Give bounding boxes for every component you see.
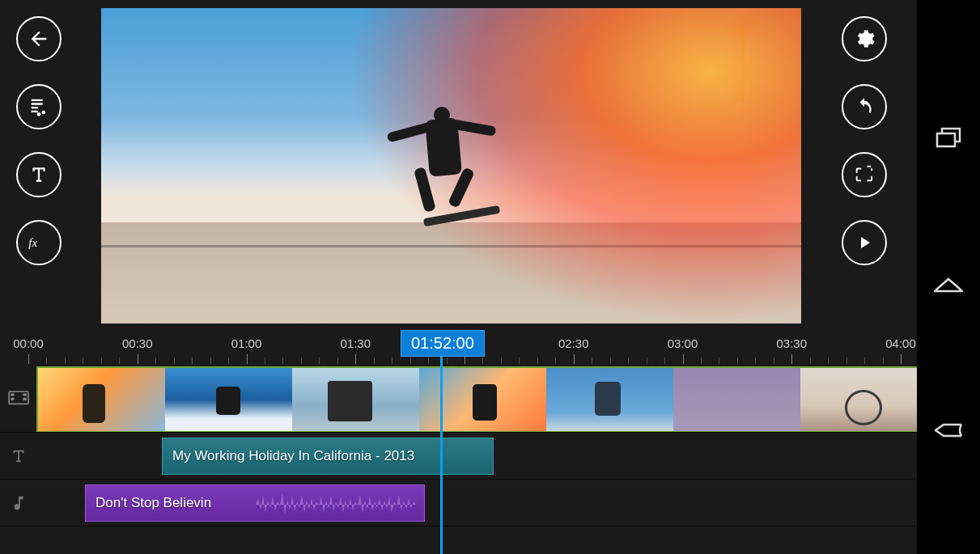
video-thumbnail[interactable] (546, 368, 673, 431)
system-nav-bar (917, 0, 980, 554)
ruler-label: 04:00 (885, 336, 916, 350)
fullscreen-button[interactable] (842, 152, 887, 197)
video-track-icon (0, 391, 36, 408)
title-track-icon (0, 447, 36, 465)
svg-rect-6 (937, 133, 955, 146)
ruler-label: 03:30 (776, 336, 807, 350)
play-icon (855, 233, 874, 252)
text-icon (28, 164, 49, 185)
back-arrow-icon (932, 420, 965, 441)
preview-frame (101, 8, 801, 324)
film-music-icon (28, 95, 50, 118)
recent-apps-icon (935, 126, 962, 149)
title-clip[interactable]: My Working Holiday In California - 2013 (162, 438, 494, 475)
svg-rect-3 (11, 397, 14, 400)
playhead-line[interactable] (440, 356, 443, 554)
right-toolbar (842, 16, 890, 265)
gear-icon (853, 27, 876, 50)
fx-icon: fx (27, 232, 51, 253)
undo-button[interactable] (842, 84, 887, 129)
video-clip-strip[interactable] (36, 366, 917, 432)
add-text-button[interactable] (16, 152, 62, 197)
svg-text:fx: fx (28, 236, 37, 249)
svg-rect-2 (11, 393, 14, 395)
ruler-label: 01:30 (340, 336, 371, 350)
add-fx-button[interactable]: fx (16, 220, 62, 265)
left-toolbar: fx (16, 16, 65, 265)
ruler-label: 03:00 (668, 336, 698, 350)
ruler-label: 01:00 (231, 336, 262, 350)
undo-icon (854, 96, 875, 117)
playhead-time[interactable]: 01:52:00 (401, 330, 485, 357)
title-track[interactable]: My Working Holiday In California - 2013 (0, 433, 917, 480)
video-thumbnail[interactable] (419, 368, 546, 431)
video-track[interactable] (0, 366, 917, 433)
audio-track[interactable]: Don't Stop Believin (0, 480, 917, 527)
video-editor-app: fx (0, 0, 917, 554)
svg-rect-5 (23, 397, 26, 400)
video-thumbnail[interactable] (292, 368, 419, 431)
timeline: My Working Holiday In California - 2013 … (0, 366, 917, 527)
video-thumbnail[interactable] (673, 368, 800, 431)
home-button[interactable] (932, 274, 965, 297)
fullscreen-icon (854, 164, 875, 185)
audio-clip-text: Don't Stop Believin (95, 495, 211, 511)
settings-button[interactable] (842, 16, 887, 61)
video-preview[interactable] (101, 8, 801, 324)
add-media-button[interactable] (16, 84, 62, 129)
svg-rect-4 (23, 393, 26, 395)
home-icon (932, 274, 965, 294)
arrow-left-icon (28, 27, 50, 50)
video-thumbnail[interactable] (800, 368, 917, 431)
waveform-icon (256, 488, 418, 521)
title-clip-text: My Working Holiday In California - 2013 (172, 448, 414, 464)
back-button[interactable] (16, 16, 62, 61)
audio-clip[interactable]: Don't Stop Believin (85, 484, 425, 522)
ruler-label: 02:30 (558, 336, 589, 350)
video-thumbnail[interactable] (38, 368, 165, 431)
recent-apps-button[interactable] (935, 126, 962, 152)
video-thumbnail[interactable] (165, 368, 292, 431)
ruler-label: 00:30 (122, 336, 153, 350)
system-back-button[interactable] (932, 420, 965, 444)
play-button[interactable] (842, 220, 887, 265)
ruler-label: 00:00 (13, 336, 44, 350)
audio-track-icon (0, 494, 36, 512)
